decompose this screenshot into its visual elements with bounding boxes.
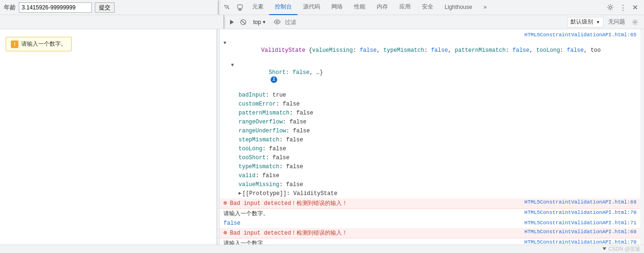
console-line: rangeOverflow: false [220,118,640,127]
level-chevron-icon: ▼ [596,20,600,24]
tabs-list: 元素 控制台 源代码 网络 性能 内存 应用 安全 [247,0,601,15]
bottom-bar: CSDN @弦迷 [0,245,644,253]
console-line: 请输入一个数字。 HTML5ConstraintValidationAPI.ht… [220,238,640,245]
console-output: HTML5ConstraintValidationAPI.html:65 ▼ V… [220,29,640,245]
tooltip-text: 请输入一个数字。 [21,40,66,48]
scrollbar[interactable] [640,29,644,245]
info-icon[interactable]: i [271,76,277,83]
more-options-icon[interactable]: ⋮ [618,3,628,12]
tab-memory[interactable]: 内存 [371,0,394,15]
source-link[interactable]: HTML5ConstraintValidationAPI.html:65 [524,32,636,38]
svg-point-7 [276,21,278,23]
svg-rect-0 [238,5,242,8]
console-line: tooLong: false [220,145,640,154]
credit-text: CSDN @弦迷 [609,245,640,253]
toolbar-divider [223,18,225,26]
tab-elements[interactable]: 元素 [247,0,269,15]
console-line: ▶ [[Prototype]]: ValidityState [220,189,640,198]
main-area: ! 请输入一个数字。 HTML5ConstraintValidationAPI.… [0,29,644,245]
device-icon[interactable] [233,0,247,15]
age-input[interactable] [19,2,92,13]
tab-network[interactable]: 网络 [326,0,348,15]
svg-marker-9 [603,247,606,250]
devtools-tabs-area: 元素 控制台 源代码 网络 性能 内存 应用 安全 [220,0,644,15]
tab-application[interactable]: 应用 [394,0,416,15]
source-link[interactable]: HTML5ConstraintValidationAPI.html:69 [524,199,636,205]
form-area: 年龄 提交 [0,2,217,13]
console-line: rangeUnderflow: false [220,127,640,136]
issues-badge[interactable]: 无问题 [605,18,628,26]
console-line: ▼ Short: false, …} i [220,62,640,91]
tab-performance[interactable]: 性能 [348,0,371,15]
close-icon[interactable]: ✕ [630,3,640,12]
source-link[interactable]: HTML5ConstraintValidationAPI.html:69 [524,229,636,235]
webpage-preview: ! 请输入一个数字。 [0,29,217,245]
console-line: valueMissing: false [220,180,640,189]
source-link[interactable]: HTML5ConstraintValidationAPI.html:70 [524,210,636,215]
settings-icon[interactable] [604,2,616,13]
svg-point-8 [634,21,636,23]
block-button[interactable] [239,17,248,27]
age-label: 年龄 [4,3,16,12]
filter-input[interactable] [285,19,355,25]
source-link[interactable]: HTML5ConstraintValidationAPI.html:70 [524,239,636,245]
console-toolbar: top ▼ 默认级别 ▼ 无问题 [0,15,644,29]
console-line: tooShort: false [220,154,640,163]
console-line: valid: false [220,171,640,180]
level-dropdown[interactable]: 默认级别 ▼ [567,17,603,27]
console-error-line: ⊗ Bad input detected！检测到错误的输入！ HTML5Cons… [220,228,640,238]
svg-point-3 [609,6,611,8]
warning-icon: ! [11,41,18,48]
console-line: patternMismatch: false [220,109,640,118]
console-error-line: ⊗ Bad input detected！检测到错误的输入！ HTML5Cons… [220,198,640,209]
validation-tooltip: ! 请输入一个数字。 [6,37,72,51]
eye-icon[interactable] [272,16,283,28]
console-line: ▼ ValidityState {valueMissing: false, ty… [220,40,640,62]
devtools-actions: ⋮ ✕ [601,2,644,13]
console-settings-icon[interactable] [630,17,640,27]
top-bar: 年龄 提交 元素 控制台 源代码 [0,0,644,15]
svg-marker-4 [230,20,234,24]
console-line: badInput: true [220,91,640,100]
tab-more[interactable]: » [478,0,493,15]
console-line: false HTML5ConstraintValidationAPI.html:… [220,219,640,228]
console-line: HTML5ConstraintValidationAPI.html:65 [220,31,640,40]
console-line: 请输入一个数字。 HTML5ConstraintValidationAPI.ht… [220,209,640,219]
context-dropdown[interactable]: top ▼ [250,17,270,27]
svg-line-6 [241,20,245,24]
run-button[interactable] [227,17,237,27]
tab-sources[interactable]: 源代码 [297,0,326,15]
tab-security[interactable]: 安全 [416,0,439,15]
console-line: typeMismatch: false [220,163,640,171]
console-lines: HTML5ConstraintValidationAPI.html:65 ▼ V… [220,31,640,245]
source-link[interactable]: HTML5ConstraintValidationAPI.html:71 [524,220,636,226]
tab-lighthouse[interactable]: Lighthouse [439,0,478,15]
tab-console[interactable]: 控制台 [269,0,297,15]
inspect-icon[interactable] [220,0,233,15]
submit-button[interactable]: 提交 [95,2,115,13]
bottom-prompt [602,246,607,252]
chevron-down-icon: ▼ [262,20,266,24]
console-line: customError: false [220,100,640,109]
console-line: stepMismatch: false [220,136,640,145]
